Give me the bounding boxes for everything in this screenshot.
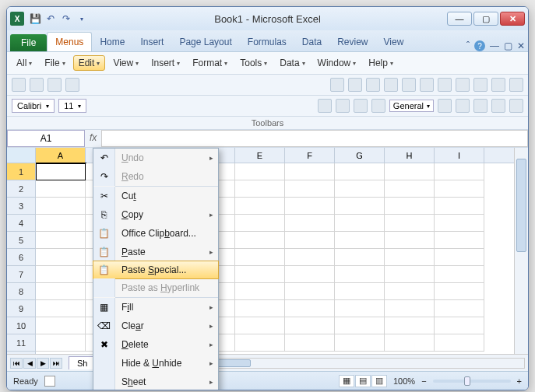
cell[interactable]	[285, 317, 335, 334]
cut-icon[interactable]	[366, 78, 380, 92]
copy-icon[interactable]	[384, 78, 398, 92]
cell[interactable]	[285, 249, 335, 266]
sort-desc-icon[interactable]	[509, 78, 523, 92]
menu-item-office-clipboard[interactable]: 📋Office Clipboard...	[93, 224, 218, 243]
cell[interactable]	[435, 163, 484, 180]
cell[interactable]	[36, 180, 86, 198]
zoom-level[interactable]: 100%	[393, 376, 415, 386]
menu-tools[interactable]: Tools▾	[235, 55, 272, 71]
cell[interactable]	[385, 163, 435, 180]
cell[interactable]	[36, 266, 86, 283]
align-left-icon[interactable]	[318, 99, 332, 113]
number-format-selector[interactable]: General▾	[389, 100, 434, 112]
cell[interactable]	[335, 317, 385, 334]
menu-item-paste-hyperlink[interactable]: Paste as Hyperlink	[93, 278, 218, 297]
row-header[interactable]: 9	[7, 300, 35, 317]
menu-insert[interactable]: Insert▾	[146, 55, 185, 71]
cell[interactable]	[285, 334, 335, 352]
redo-icon[interactable]: ↷	[60, 12, 72, 25]
save-icon[interactable]	[48, 78, 62, 92]
cell[interactable]	[385, 180, 435, 198]
menu-item-paste[interactable]: 📋Paste▸	[93, 243, 218, 261]
cell[interactable]	[335, 180, 385, 198]
tb-icon[interactable]	[348, 78, 362, 92]
inc-decimal-icon[interactable]	[491, 99, 505, 113]
percent-icon[interactable]	[456, 99, 470, 113]
zoom-out-icon[interactable]: −	[421, 376, 426, 386]
comma-icon[interactable]	[473, 99, 487, 113]
cell[interactable]	[36, 249, 86, 266]
cell[interactable]	[435, 334, 484, 352]
col-header[interactable]: H	[385, 148, 435, 163]
help-icon[interactable]: ?	[474, 40, 485, 51]
cell[interactable]	[335, 198, 385, 215]
row-header[interactable]: 4	[7, 215, 35, 232]
normal-view-icon[interactable]: ▦	[339, 375, 354, 387]
font-size-selector[interactable]: 11▾	[58, 99, 86, 113]
open-icon[interactable]	[30, 78, 44, 92]
tab-data[interactable]: Data	[294, 33, 329, 51]
vertical-scrollbar[interactable]	[514, 148, 528, 354]
tab-page-layout[interactable]: Page Layout	[171, 33, 239, 51]
formula-bar[interactable]	[101, 130, 528, 147]
cell[interactable]	[285, 300, 335, 317]
cell[interactable]	[385, 232, 435, 249]
cell[interactable]	[235, 249, 285, 266]
col-header[interactable]: A	[36, 148, 86, 163]
menu-data[interactable]: Data▾	[275, 55, 309, 71]
cell[interactable]	[335, 266, 385, 283]
sort-asc-icon[interactable]	[491, 78, 505, 92]
cell[interactable]	[335, 232, 385, 249]
undo-icon[interactable]: ↶	[44, 12, 57, 25]
cell[interactable]	[435, 317, 484, 334]
col-header[interactable]: E	[235, 148, 285, 163]
currency-icon[interactable]	[438, 99, 452, 113]
row-header[interactable]: 10	[7, 317, 35, 334]
tab-review[interactable]: Review	[329, 33, 375, 51]
cell[interactable]	[285, 215, 335, 232]
cell[interactable]	[235, 232, 285, 249]
zoom-slider[interactable]	[433, 380, 511, 383]
cell[interactable]	[235, 215, 285, 232]
macro-record-icon[interactable]	[44, 376, 55, 387]
row-header[interactable]: 2	[7, 180, 35, 198]
menu-item-sheet[interactable]: Sheet▸	[93, 373, 218, 390]
last-sheet-icon[interactable]: ⏭	[50, 358, 62, 369]
sum-icon[interactable]	[456, 78, 470, 92]
cell[interactable]	[435, 283, 484, 300]
align-center-icon[interactable]	[336, 99, 350, 113]
maximize-button[interactable]: ▢	[473, 12, 498, 26]
cell[interactable]	[435, 180, 484, 198]
cell[interactable]	[435, 215, 484, 232]
cell[interactable]	[435, 249, 484, 266]
font-selector[interactable]: Calibri▾	[12, 99, 55, 113]
cell[interactable]	[36, 283, 86, 300]
cell[interactable]	[385, 249, 435, 266]
cell[interactable]	[435, 232, 484, 249]
tab-view[interactable]: View	[376, 33, 412, 51]
cell[interactable]	[335, 300, 385, 317]
col-header[interactable]: F	[285, 148, 335, 163]
menu-format[interactable]: Format▾	[188, 55, 232, 71]
close-button[interactable]: ✕	[500, 12, 525, 26]
cell[interactable]	[235, 283, 285, 300]
menu-item-copy[interactable]: ⎘Copy▸	[93, 205, 218, 224]
minimize-ribbon-icon[interactable]: ˆ	[466, 40, 470, 51]
cell[interactable]	[235, 198, 285, 215]
cell[interactable]	[435, 300, 484, 317]
cell[interactable]	[285, 198, 335, 215]
cell[interactable]	[335, 215, 385, 232]
cell[interactable]	[235, 266, 285, 283]
minimize-button[interactable]: —	[447, 12, 472, 26]
row-header[interactable]: 3	[7, 198, 35, 215]
cell[interactable]	[36, 163, 86, 180]
doc-close-icon[interactable]: ✕	[517, 40, 525, 51]
menu-item-delete[interactable]: ✖Delete▸	[93, 335, 218, 354]
fx-icon[interactable]: fx	[85, 130, 101, 147]
cell[interactable]	[36, 300, 86, 317]
row-header[interactable]: 7	[7, 266, 35, 283]
page-break-view-icon[interactable]: ▥	[371, 375, 387, 387]
tb-icon[interactable]	[330, 78, 344, 92]
align-right-icon[interactable]	[354, 99, 368, 113]
cell[interactable]	[285, 266, 335, 283]
